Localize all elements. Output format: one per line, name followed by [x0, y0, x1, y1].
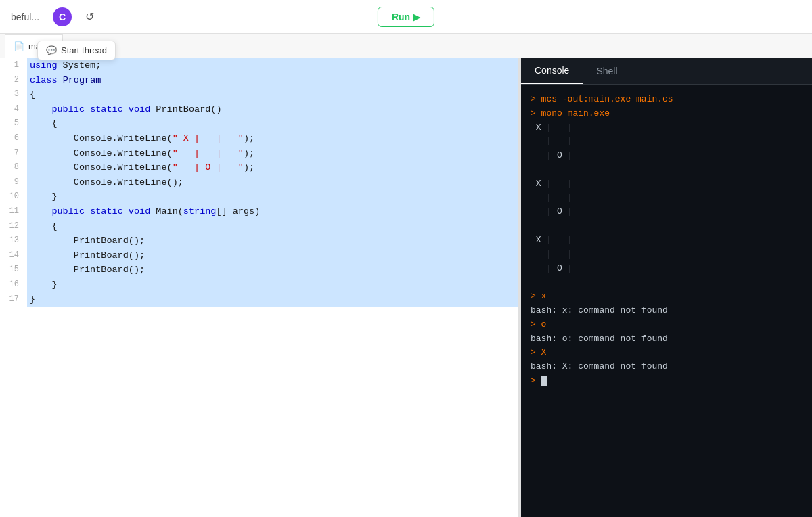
table-row: 13 PrintBoard();: [0, 233, 518, 248]
list-item: > x: [531, 290, 803, 304]
tab-bar: 📄 main.c 💬 Start thread: [0, 34, 812, 58]
list-item: [531, 163, 803, 177]
thread-tooltip[interactable]: 💬 Start thread: [37, 41, 116, 60]
list-item: bash: X: command not found: [531, 360, 803, 374]
list-item: > mcs -out:main.exe main.cs: [531, 93, 803, 107]
app-title: beful...: [11, 12, 39, 22]
table-row: 15 PrintBoard();: [0, 263, 518, 277]
table-row: 8 Console.WriteLine(" | O | ");: [0, 160, 518, 175]
table-row: 10 }: [0, 189, 518, 204]
file-icon: 📄: [14, 41, 24, 51]
table-row: 14 PrintBoard();: [0, 248, 518, 263]
list-item: > mono main.exe: [531, 107, 803, 121]
list-item: | |: [531, 192, 803, 206]
table-row: 16 }: [0, 277, 518, 292]
panel-tabs: Console Shell: [521, 58, 812, 85]
main-content: 1 using System; 2 class Program 3 { 4 pu…: [0, 58, 812, 517]
terminal-input-line[interactable]: >: [531, 374, 803, 388]
list-item: | O |: [531, 262, 803, 276]
code-editor[interactable]: 1 using System; 2 class Program 3 { 4 pu…: [0, 58, 518, 517]
table-row: 2 class Program: [0, 73, 518, 88]
table-row: 11 public static void Main(string[] args…: [0, 204, 518, 219]
list-item: X | |: [531, 121, 803, 135]
table-row: 6 Console.WriteLine(" X | | ");: [0, 131, 518, 146]
thread-label: Start thread: [61, 45, 107, 55]
code-lines: 1 using System; 2 class Program 3 { 4 pu…: [0, 58, 518, 307]
table-row: 9 Console.WriteLine();: [0, 175, 518, 190]
tab-shell[interactable]: Shell: [583, 58, 631, 84]
table-row: 5 {: [0, 116, 518, 131]
list-item: > o: [531, 318, 803, 332]
thread-icon: 💬: [46, 45, 57, 55]
table-row: 17 }: [0, 292, 518, 307]
list-item: X | |: [531, 233, 803, 248]
table-row: 7 Console.WriteLine(" | | ");: [0, 146, 518, 161]
list-item: | O |: [531, 149, 803, 163]
list-item: | |: [531, 248, 803, 262]
list-item: | |: [531, 135, 803, 149]
list-item: [531, 219, 803, 233]
terminal-cursor: [541, 376, 547, 386]
top-bar: beful... C ↺ Run ▶: [0, 0, 812, 34]
history-button[interactable]: ↺: [80, 7, 99, 26]
list-item: [531, 275, 803, 290]
list-item: > X: [531, 346, 803, 360]
tab-console[interactable]: Console: [521, 58, 583, 84]
replit-logo: C: [53, 7, 72, 26]
table-row: 1 using System;: [0, 58, 518, 73]
terminal[interactable]: > mcs -out:main.exe main.cs > mono main.…: [521, 85, 812, 517]
list-item: X | |: [531, 177, 803, 192]
right-panel: Console Shell > mcs -out:main.exe main.c…: [521, 58, 812, 517]
list-item: | O |: [531, 205, 803, 219]
table-row: 3 {: [0, 87, 518, 102]
table-row: 12 {: [0, 219, 518, 234]
run-button[interactable]: Run ▶: [378, 7, 434, 27]
list-item: bash: x: command not found: [531, 304, 803, 318]
table-row: 4 public static void PrintBoard(): [0, 102, 518, 117]
list-item: bash: o: command not found: [531, 332, 803, 346]
